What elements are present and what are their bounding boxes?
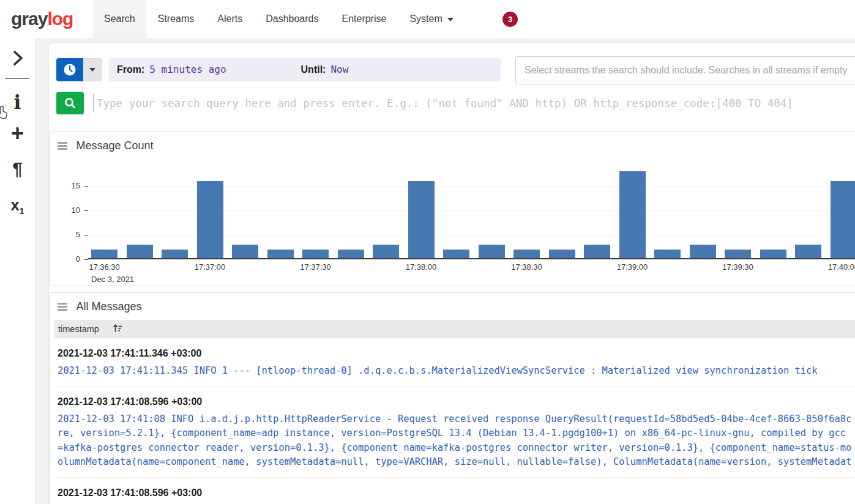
y-axis-tick-label: 10 <box>54 206 80 215</box>
notification-badge[interactable]: 3 <box>502 12 518 27</box>
column-header-label: timestamp <box>58 324 99 334</box>
bar <box>408 181 435 259</box>
top-navbar: graylog SearchStreamsAlertsDashboardsEnt… <box>0 0 855 38</box>
sidebar-divider <box>5 78 29 79</box>
subscript-icon: x <box>10 196 19 214</box>
bar <box>795 245 821 259</box>
message-list: 2021-12-03 17:41:11.346 +03:002021-12-03… <box>54 338 855 504</box>
nav-item-label: Search <box>104 13 135 24</box>
y-axis-tick <box>84 259 88 260</box>
subscript-digit: 1 <box>20 206 24 216</box>
search-button[interactable] <box>56 92 84 114</box>
x-axis-tick-label: 17:39:00 <box>617 262 648 272</box>
widget-menu-icon[interactable] <box>58 302 67 313</box>
message-log-line: re, version=5.2.1}, {component_name=adp … <box>58 426 855 441</box>
nav-item-label: System <box>409 13 442 24</box>
message-row[interactable]: 2021-12-03 17:41:11.346 +03:002021-12-03… <box>54 338 855 387</box>
until-value: Now <box>330 64 348 75</box>
caret-down-icon <box>89 68 95 72</box>
bar <box>127 245 153 259</box>
message-timestamp: 2021-12-03 17:41:11.346 +03:00 <box>58 348 855 359</box>
y-axis-tick-label: 5 <box>54 230 80 239</box>
message-count-widget: Message Count 05101517:36:3017:37:0017:3… <box>49 132 855 286</box>
x-axis-tick-label: 17:39:30 <box>722 262 753 272</box>
sort-icon[interactable] <box>113 324 122 333</box>
bar <box>197 181 223 259</box>
from-label: From: <box>117 64 144 75</box>
message-row[interactable]: 2021-12-03 17:41:08.596 +03:00 <box>54 478 855 504</box>
caret-down-icon <box>447 18 454 21</box>
time-range-display: From:5 minutes agoUntil:Now <box>109 58 501 81</box>
nav-item-label: Dashboards <box>266 13 318 24</box>
nav-item-dashboards[interactable]: Dashboards <box>266 0 318 38</box>
bar <box>373 245 399 259</box>
x-axis-tick-label: 17:38:30 <box>511 262 542 272</box>
message-count-chart[interactable]: 05101517:36:3017:37:0017:37:3017:38:0017… <box>50 132 855 286</box>
message-body: 2021-12-03 17:41:08 INFO i.a.d.j.p.http.… <box>58 412 855 470</box>
subscript-button[interactable]: x1 <box>0 191 35 225</box>
widget-title: All Messages <box>76 300 141 313</box>
logo-text-log: log <box>47 9 73 29</box>
bar <box>690 245 716 259</box>
search-page-card: From:5 minutes agoUntil:Now Message Coun… <box>49 43 855 504</box>
clock-icon <box>63 63 77 76</box>
time-range-button[interactable] <box>56 58 83 81</box>
y-axis-tick <box>84 210 88 211</box>
x-axis-tick-label: 17:37:30 <box>300 262 331 272</box>
nav-item-label: Enterprise <box>342 13 386 24</box>
bar <box>479 245 505 259</box>
stream-select-input[interactable] <box>515 56 855 84</box>
all-messages-widget: All Messages timestamp 2021-12-03 17:41:… <box>49 292 855 504</box>
nav-item-enterprise[interactable]: Enterprise <box>342 0 386 38</box>
nav-item-label: Streams <box>158 13 195 24</box>
nav-item-streams[interactable]: Streams <box>158 0 195 38</box>
search-icon <box>64 97 77 109</box>
nav-item-search[interactable]: Search <box>93 0 146 38</box>
message-body: 2021-12-03 17:41:11.345 INFO 1 --- [ntlo… <box>58 364 855 379</box>
message-log-line: =kafka-postgres connector reader, versio… <box>58 441 855 456</box>
from-value: 5 minutes ago <box>149 64 226 75</box>
message-log-line: 2021-12-03 17:41:08 INFO i.a.d.j.p.http.… <box>58 412 855 427</box>
message-timestamp: 2021-12-03 17:41:08.596 +03:00 <box>58 487 855 498</box>
expand-sidebar-button[interactable] <box>0 50 35 69</box>
graylog-logo[interactable]: graylog <box>11 0 73 38</box>
bar <box>584 245 610 259</box>
x-axis-tick-label: 17:38:00 <box>406 262 437 272</box>
message-row[interactable]: 2021-12-03 17:41:08.596 +03:002021-12-03… <box>54 387 855 478</box>
y-axis-tick-label: 15 <box>54 181 80 190</box>
add-button[interactable]: + <box>0 120 35 147</box>
nav-item-label: Alerts <box>217 13 242 24</box>
bar <box>831 181 855 259</box>
y-axis-tick <box>84 186 88 187</box>
x-axis-tick-label: 17:37:00 <box>195 262 226 272</box>
search-query-input[interactable] <box>97 92 855 114</box>
message-log-line: olumnMetadata(name=component_name, syste… <box>58 455 855 470</box>
until-label: Until: <box>301 64 326 75</box>
message-log-line: 2021-12-03 17:41:11.345 INFO 1 --- [ntlo… <box>58 364 855 379</box>
bar <box>619 171 646 259</box>
time-range-dropdown-button[interactable] <box>83 58 102 81</box>
x-axis-tick-label: 17:40:00 <box>828 262 855 272</box>
graylog-app: graylog SearchStreamsAlertsDashboardsEnt… <box>0 0 855 504</box>
x-axis-tick-label: 17:36:30 <box>89 262 120 272</box>
text-cursor <box>93 94 94 112</box>
y-axis-tick-label: 0 <box>54 254 80 264</box>
y-axis-tick <box>84 235 88 235</box>
info-icon: i <box>14 91 21 113</box>
x-axis-line <box>88 258 855 259</box>
bar <box>232 245 258 259</box>
x-axis-date-label: Dec 3, 2021 <box>91 275 134 284</box>
pilcrow-icon: ¶ <box>12 159 22 179</box>
nav-item-system[interactable]: System <box>409 0 453 38</box>
timestamp-column-header[interactable]: timestamp <box>54 320 855 338</box>
mouse-cursor-pointer <box>0 105 10 121</box>
message-timestamp: 2021-12-03 17:41:08.596 +03:00 <box>58 396 855 407</box>
main-nav: SearchStreamsAlertsDashboardsEnterpriseS… <box>93 0 465 38</box>
nav-item-alerts[interactable]: Alerts <box>217 0 242 38</box>
logo-text-gray: gray <box>11 9 47 29</box>
paragraph-button[interactable]: ¶ <box>0 155 35 182</box>
plus-icon: + <box>11 120 24 146</box>
chevron-right-icon <box>12 50 24 66</box>
